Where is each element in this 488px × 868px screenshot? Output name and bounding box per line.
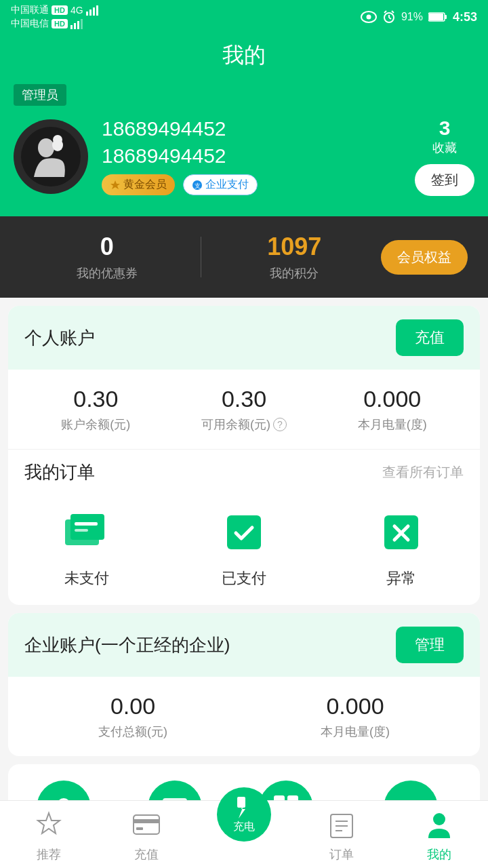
total-payment-label: 支付总额(元) <box>22 724 244 740</box>
enterprise-account-card: 企业账户(一个正经的企业) 管理 0.00 支付总额(元) 0.000 本月电量… <box>8 613 480 756</box>
account-balance: 0.30 账户余额(元) <box>22 386 170 433</box>
nav-profile-label: 我的 <box>427 846 451 863</box>
account-balance-label: 账户余额(元) <box>22 416 170 433</box>
order-error[interactable]: 异常 <box>323 506 480 589</box>
nav-profile[interactable]: 我的 <box>390 801 488 868</box>
recharge-button[interactable]: 充值 <box>396 319 464 356</box>
page-header: 我的 <box>0 34 488 84</box>
enterprise-account-title: 企业账户(一个正经的企业) <box>24 633 230 657</box>
checkin-button[interactable]: 签到 <box>415 164 474 196</box>
svg-text:支: 支 <box>195 182 201 189</box>
svg-rect-46 <box>134 819 159 823</box>
nav-recharge-label: 充值 <box>134 846 159 863</box>
svg-rect-29 <box>227 515 261 549</box>
error-icon <box>374 506 428 560</box>
balance-row: 0.30 账户余额(元) 0.30 可用余额(元) ? 0.000 本月电量(度… <box>8 370 480 450</box>
svg-rect-47 <box>136 827 143 830</box>
view-all-orders-link[interactable]: 查看所有订单 <box>382 463 464 481</box>
svg-marker-44 <box>38 813 60 833</box>
svg-rect-0 <box>86 12 88 16</box>
coupons-label: 我的优惠券 <box>20 265 194 281</box>
svg-line-13 <box>384 11 386 13</box>
available-balance-label: 可用余额(元) ? <box>170 416 319 433</box>
carrier-info: 中国联通 HD 4G 中国电信 HD <box>11 4 101 30</box>
enterprise-account-header: 企业账户(一个正经的企业) 管理 <box>8 613 480 677</box>
svg-rect-45 <box>134 815 159 834</box>
enterprise-energy-label: 本月电量(度) <box>244 724 466 740</box>
paid-label: 已支付 <box>222 568 266 589</box>
enterprise-balances: 0.00 支付总额(元) 0.000 本月电量(度) <box>8 677 480 756</box>
nav-charge[interactable]: 充电 <box>195 801 293 868</box>
svg-rect-5 <box>74 23 76 29</box>
carrier2: 中国电信 HD <box>11 18 101 30</box>
points-value: 1097 <box>208 233 382 261</box>
points-item: 1097 我的积分 <box>208 233 382 281</box>
recommend-icon <box>31 807 66 842</box>
manager-badge: 管理员 <box>14 84 66 106</box>
profile-area: 管理员 18689494452 18689494452 黄金会员 支 <box>0 84 488 216</box>
error-label: 异常 <box>386 568 416 589</box>
svg-rect-6 <box>77 21 79 29</box>
svg-rect-26 <box>70 514 104 540</box>
unpaid-icon <box>60 506 114 560</box>
nav-orders-label: 订单 <box>329 846 354 863</box>
svg-rect-27 <box>75 522 98 526</box>
svg-point-54 <box>433 813 445 825</box>
carrier1: 中国联通 HD 4G <box>11 4 101 16</box>
monthly-energy: 0.000 本月电量(度) <box>318 386 466 433</box>
monthly-energy-label: 本月电量(度) <box>318 416 466 433</box>
manage-button[interactable]: 管理 <box>396 627 464 663</box>
svg-rect-1 <box>89 9 92 16</box>
svg-line-12 <box>389 18 391 19</box>
battery: 91% <box>401 11 423 23</box>
phone-primary: 18689494452 <box>102 117 401 140</box>
nav-recommend[interactable]: 推荐 <box>0 801 98 868</box>
bottom-nav: 推荐 充值 充电 <box>0 800 488 868</box>
charge-center-button[interactable]: 充电 <box>217 787 271 842</box>
enterprise-pay-badge: 支 企业支付 <box>183 174 258 195</box>
svg-rect-16 <box>429 14 443 20</box>
svg-rect-17 <box>445 15 447 19</box>
coupons-item: 0 我的优惠券 <box>20 233 194 281</box>
svg-rect-3 <box>96 5 98 16</box>
nav-recommend-label: 推荐 <box>37 846 61 863</box>
available-balance: 0.30 可用余额(元) ? <box>170 386 319 433</box>
coupons-value: 0 <box>20 233 194 261</box>
svg-rect-4 <box>70 25 73 29</box>
profile-nav-icon <box>422 807 457 842</box>
svg-marker-22 <box>110 180 120 189</box>
favorites-count: 3 收藏 <box>432 117 457 156</box>
personal-account-header: 个人账户 充值 <box>8 306 480 370</box>
nav-orders[interactable]: 订单 <box>293 801 390 868</box>
svg-point-9 <box>366 15 371 20</box>
svg-point-18 <box>21 127 81 186</box>
total-payment-value: 0.00 <box>22 693 244 719</box>
order-unpaid[interactable]: 未支付 <box>8 506 165 589</box>
order-paid[interactable]: 已支付 <box>165 506 323 589</box>
status-bar: 中国联通 HD 4G 中国电信 HD 91% 4:53 <box>0 0 488 34</box>
personal-account-card: 个人账户 充值 0.30 账户余额(元) 0.30 可用余额(元) ? 0.00… <box>8 306 480 605</box>
svg-line-14 <box>392 11 394 13</box>
info-icon[interactable]: ? <box>273 418 287 431</box>
svg-point-21 <box>53 135 62 144</box>
svg-rect-28 <box>75 529 88 532</box>
membership-button[interactable]: 会员权益 <box>381 240 468 275</box>
orders-title: 我的订单 <box>24 460 95 484</box>
svg-rect-2 <box>93 7 95 16</box>
avatar <box>14 119 88 194</box>
orders-nav-icon <box>324 807 359 842</box>
nav-recharge[interactable]: 充值 <box>98 801 195 868</box>
page-title: 我的 <box>222 43 266 67</box>
points-label: 我的积分 <box>208 265 382 281</box>
points-divider <box>201 237 201 277</box>
svg-rect-7 <box>81 19 83 29</box>
status-time: 4:53 <box>453 10 477 24</box>
order-icons-row: 未支付 已支付 异常 <box>8 495 480 605</box>
status-right: 91% 4:53 <box>361 10 477 24</box>
personal-account-title: 个人账户 <box>24 326 95 350</box>
available-balance-value: 0.30 <box>170 386 319 412</box>
enterprise-energy-value: 0.000 <box>244 693 466 719</box>
profile-info: 18689494452 18689494452 黄金会员 支 企业支付 <box>102 117 401 195</box>
profile-right: 3 收藏 签到 <box>415 117 474 196</box>
account-balance-value: 0.30 <box>22 386 170 412</box>
